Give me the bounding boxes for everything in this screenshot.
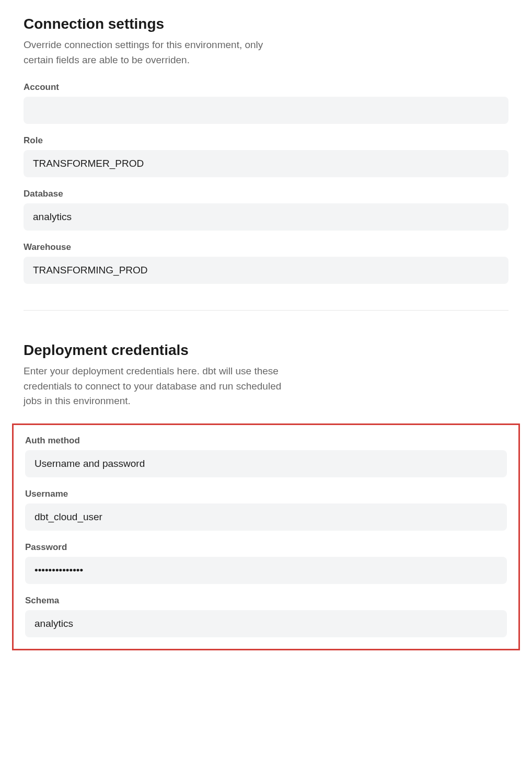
section-divider bbox=[24, 310, 508, 311]
warehouse-field-group: Warehouse bbox=[24, 242, 508, 284]
deployment-credentials-title: Deployment credentials bbox=[24, 342, 508, 359]
username-label: Username bbox=[25, 489, 507, 499]
username-input[interactable] bbox=[25, 503, 507, 531]
credentials-highlight-box: Auth method Username Password Schema bbox=[12, 423, 520, 650]
connection-settings-description: Override connection settings for this en… bbox=[24, 38, 285, 67]
account-label: Account bbox=[24, 82, 508, 93]
connection-settings-title: Connection settings bbox=[24, 16, 508, 32]
deployment-credentials-description: Enter your deployment credentials here. … bbox=[24, 364, 285, 409]
auth-method-field-group: Auth method bbox=[25, 436, 507, 477]
schema-input[interactable] bbox=[25, 610, 507, 637]
warehouse-input[interactable] bbox=[24, 257, 508, 284]
role-field-group: Role bbox=[24, 135, 508, 177]
role-label: Role bbox=[24, 135, 508, 146]
username-field-group: Username bbox=[25, 489, 507, 531]
role-input[interactable] bbox=[24, 150, 508, 177]
auth-method-input[interactable] bbox=[25, 450, 507, 477]
account-field-group: Account bbox=[24, 82, 508, 124]
deployment-credentials-section: Deployment credentials Enter your deploy… bbox=[24, 342, 508, 650]
auth-method-label: Auth method bbox=[25, 436, 507, 446]
password-field-group: Password bbox=[25, 542, 507, 584]
account-input[interactable] bbox=[24, 97, 508, 124]
password-label: Password bbox=[25, 542, 507, 553]
schema-field-group: Schema bbox=[25, 595, 507, 637]
database-label: Database bbox=[24, 189, 508, 199]
schema-label: Schema bbox=[25, 595, 507, 606]
connection-settings-section: Connection settings Override connection … bbox=[24, 16, 508, 284]
database-input[interactable] bbox=[24, 203, 508, 231]
warehouse-label: Warehouse bbox=[24, 242, 508, 253]
database-field-group: Database bbox=[24, 189, 508, 231]
password-input[interactable] bbox=[25, 557, 507, 584]
